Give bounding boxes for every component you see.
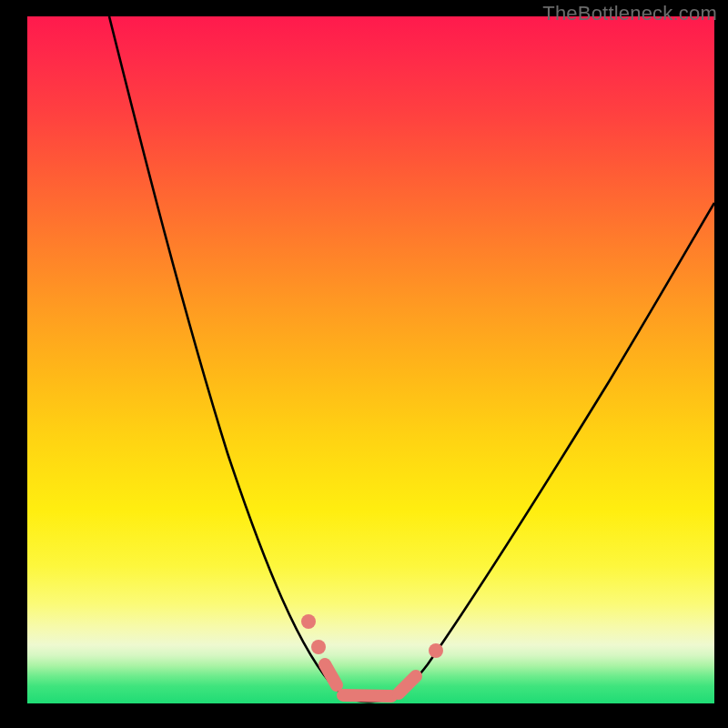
marker-segment xyxy=(325,664,337,685)
watermark-text: TheBottleneck.com xyxy=(542,2,717,25)
marker-dot xyxy=(311,640,326,654)
marker-dot xyxy=(301,614,316,629)
curve-layer xyxy=(27,16,714,703)
marker-dot xyxy=(429,643,443,658)
marker-segment xyxy=(343,695,391,696)
outer-frame: TheBottleneck.com xyxy=(0,0,728,728)
bottleneck-curve xyxy=(109,16,714,702)
gradient-plot-area xyxy=(27,16,714,703)
marker-segment xyxy=(399,676,416,693)
